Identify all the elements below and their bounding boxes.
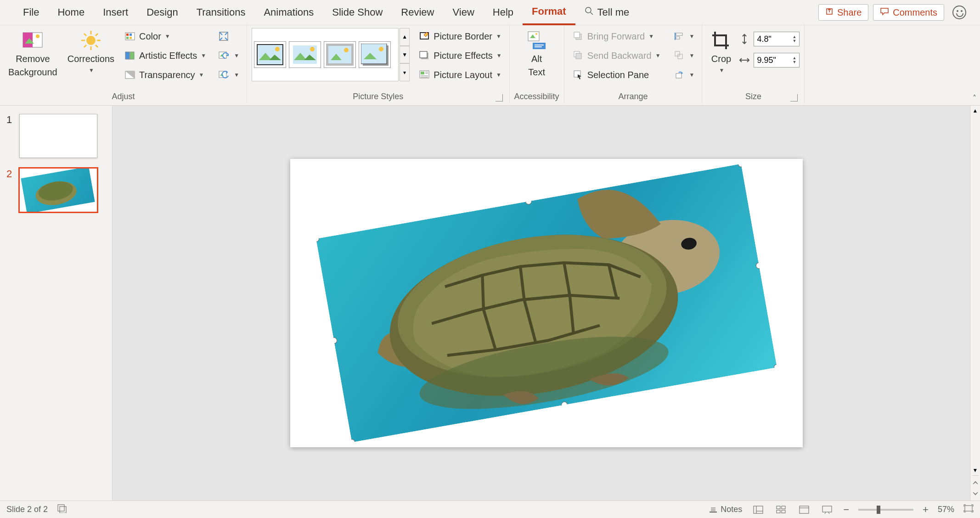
group-button[interactable]: ▼ xyxy=(670,47,698,64)
slide-sorter-view-button[interactable] xyxy=(774,504,788,516)
tab-insert[interactable]: Insert xyxy=(94,0,137,25)
fit-to-window-button[interactable] xyxy=(963,504,974,515)
picture-layout-button[interactable]: Picture Layout▼ xyxy=(415,67,504,83)
svg-rect-80 xyxy=(777,506,780,509)
prev-slide-button[interactable] xyxy=(972,478,979,488)
tab-design[interactable]: Design xyxy=(137,0,187,25)
picture-style-gallery[interactable] xyxy=(252,28,399,81)
slide-thumbnail-pane[interactable]: 1 2 xyxy=(0,106,113,501)
tell-me-search[interactable]: Tell me xyxy=(575,0,639,25)
slide-canvas-area[interactable] xyxy=(113,106,980,501)
picture-effects-button[interactable]: Picture Effects▼ xyxy=(415,47,504,64)
reset-picture-button[interactable]: ▼ xyxy=(214,67,242,83)
svg-rect-16 xyxy=(126,34,129,36)
svg-line-13 xyxy=(96,34,98,36)
tab-slideshow[interactable]: Slide Show xyxy=(323,0,392,25)
tab-transitions[interactable]: Transitions xyxy=(187,0,255,25)
gallery-more[interactable]: ▾ xyxy=(400,63,410,81)
tab-review[interactable]: Review xyxy=(392,0,443,25)
rotate-button[interactable]: ▼ xyxy=(670,67,698,83)
thumbnail-2[interactable]: 2 xyxy=(6,168,106,212)
corrections-button[interactable]: Corrections ▼ xyxy=(64,28,118,75)
svg-rect-89 xyxy=(965,506,972,511)
svg-rect-83 xyxy=(782,510,785,513)
style-preset-3[interactable] xyxy=(324,41,356,68)
ribbon-format: Remove Background Corrections ▼ Color▼ A… xyxy=(0,25,980,106)
svg-point-6 xyxy=(86,36,96,45)
send-backward-button[interactable]: Send Backward▼ xyxy=(569,47,664,64)
rotate-handle[interactable] xyxy=(517,173,532,190)
compress-icon xyxy=(217,30,230,43)
align-button[interactable]: ▼ xyxy=(670,28,698,45)
group-adjust: Remove Background Corrections ▼ Color▼ A… xyxy=(0,25,247,103)
styles-dialog-launcher[interactable] xyxy=(496,94,503,101)
slide[interactable] xyxy=(290,159,803,447)
thumbnail-1[interactable]: 1 xyxy=(6,114,106,158)
svg-rect-59 xyxy=(678,54,682,59)
tab-format[interactable]: Format xyxy=(523,0,575,25)
scroll-up[interactable]: ▲ xyxy=(970,106,980,116)
slide-counter[interactable]: Slide 2 of 2 xyxy=(6,505,48,514)
crop-button[interactable]: Crop ▼ xyxy=(707,28,735,75)
width-spin-down[interactable]: ▼ xyxy=(793,60,797,64)
svg-point-46 xyxy=(535,33,537,35)
tab-help[interactable]: Help xyxy=(484,0,523,25)
slideshow-view-button[interactable] xyxy=(820,504,834,516)
svg-line-1 xyxy=(591,12,593,15)
zoom-out-button[interactable]: − xyxy=(843,504,849,516)
svg-line-14 xyxy=(84,45,86,47)
tab-home[interactable]: Home xyxy=(48,0,94,25)
zoom-in-button[interactable]: + xyxy=(923,504,929,516)
accessibility-status-icon[interactable] xyxy=(57,504,67,515)
gallery-down[interactable]: ▼ xyxy=(400,46,410,64)
height-input[interactable]: 4.8"▲▼ xyxy=(754,32,800,46)
transparency-button[interactable]: Transparency▼ xyxy=(121,67,209,83)
height-spin-down[interactable]: ▼ xyxy=(793,39,797,43)
svg-point-32 xyxy=(344,48,349,52)
collapse-ribbon-button[interactable]: ˄ xyxy=(973,94,976,102)
notes-button[interactable]: Notes xyxy=(709,505,742,514)
feedback-smile-button[interactable] xyxy=(952,6,966,19)
reset-picture-icon xyxy=(217,68,230,81)
style-preset-2[interactable] xyxy=(289,41,321,68)
style-preset-4[interactable] xyxy=(359,41,391,68)
group-arrange: Bring Forward▼ Send Backward▼ Selection … xyxy=(564,25,703,103)
vertical-scrollbar[interactable]: ▲ ▼ xyxy=(970,106,980,501)
svg-rect-47 xyxy=(533,43,546,49)
scroll-down[interactable]: ▼ xyxy=(970,465,980,475)
zoom-slider[interactable] xyxy=(858,509,913,511)
compress-pictures-button[interactable] xyxy=(214,28,242,45)
selection-pane-icon xyxy=(572,68,585,81)
artistic-effects-button[interactable]: Artistic Effects▼ xyxy=(121,47,209,64)
comments-button[interactable]: Comments xyxy=(873,4,944,21)
thumb-slide-2[interactable] xyxy=(19,168,97,212)
zoom-slider-thumb[interactable] xyxy=(877,506,880,514)
picture-border-button[interactable]: Picture Border▼ xyxy=(415,28,504,45)
normal-view-button[interactable] xyxy=(751,504,765,516)
zoom-level[interactable]: 57% xyxy=(938,505,954,514)
remove-background-button[interactable]: Remove Background xyxy=(5,28,61,79)
corrections-icon xyxy=(80,30,101,51)
width-input[interactable]: 9.95"▲▼ xyxy=(754,53,800,68)
change-picture-button[interactable]: ▼ xyxy=(214,47,242,64)
color-button[interactable]: Color▼ xyxy=(121,28,209,45)
rotate-handle-stem xyxy=(524,180,529,201)
gallery-up[interactable]: ▲ xyxy=(400,28,410,46)
resize-handle-s[interactable] xyxy=(560,401,568,408)
crop-icon xyxy=(710,30,732,51)
selected-picture[interactable] xyxy=(316,164,777,442)
tab-view[interactable]: View xyxy=(444,0,484,25)
group-label-styles: Picture Styles xyxy=(252,90,504,103)
alt-text-button[interactable]: Alt Text xyxy=(523,28,551,79)
svg-rect-81 xyxy=(782,506,785,509)
bring-forward-button[interactable]: Bring Forward▼ xyxy=(569,28,664,45)
reading-view-button[interactable] xyxy=(797,504,811,516)
share-button[interactable]: Share xyxy=(818,4,868,21)
tab-animations[interactable]: Animations xyxy=(254,0,323,25)
style-preset-1[interactable] xyxy=(254,41,286,68)
size-dialog-launcher[interactable] xyxy=(790,94,798,101)
selection-pane-button[interactable]: Selection Pane xyxy=(569,67,664,83)
next-slide-button[interactable] xyxy=(972,489,979,499)
tab-file[interactable]: File xyxy=(14,0,48,25)
thumb-slide-1[interactable] xyxy=(19,114,97,158)
